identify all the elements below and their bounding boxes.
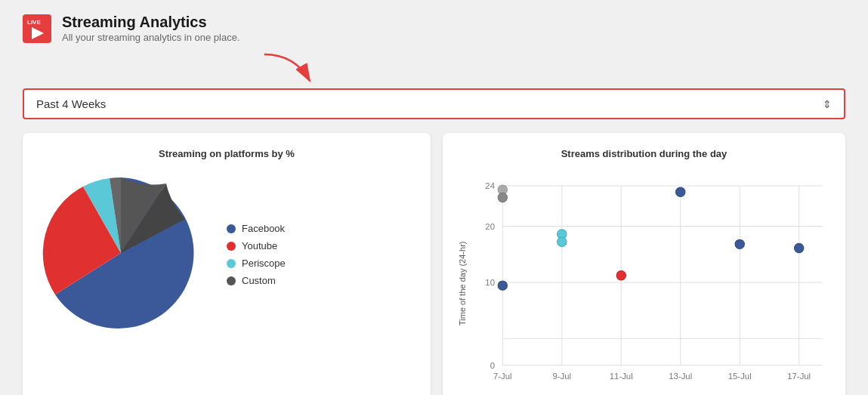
legend-facebook: Facebook [227, 223, 286, 234]
svg-point-27 [498, 281, 507, 290]
legend-dot-youtube [227, 242, 236, 251]
legend-youtube: Youtube [227, 240, 286, 252]
arrow-icon [249, 51, 340, 87]
legend-dot-custom [227, 276, 236, 285]
dropdown-label: Past 4 Weeks [36, 97, 106, 110]
pie-chart-area: Facebook Youtube Periscope Custom [38, 170, 415, 339]
svg-text:LIVE: LIVE [27, 19, 41, 26]
pie-legend: Facebook Youtube Periscope Custom [227, 223, 286, 286]
svg-point-33 [795, 243, 804, 252]
svg-text:24: 24 [485, 181, 495, 190]
pie-svg [38, 170, 204, 339]
header-text: Streaming Analytics All your streaming a… [62, 14, 240, 43]
pie-chart-card: Streaming on platforms by % [23, 133, 431, 395]
legend-label-youtube: Youtube [242, 240, 277, 252]
svg-text:17-Jul: 17-Jul [787, 372, 811, 381]
svg-point-29 [558, 237, 567, 246]
scatter-chart-card: Streams distribution during the day Time… [443, 133, 845, 395]
pie-chart-title: Streaming on platforms by % [38, 148, 415, 159]
scatter-svg: 24 20 10 0 7-Jul 9-Jul 11-Jul 13-Jul 15-… [471, 170, 830, 395]
app-logo: LIVE [23, 14, 51, 43]
svg-point-32 [735, 239, 744, 248]
svg-text:0: 0 [490, 361, 495, 370]
app-title: Streaming Analytics [62, 14, 240, 31]
legend-periscope: Periscope [227, 258, 286, 269]
svg-point-26 [498, 193, 507, 202]
app-subtitle: All your streaming analytics in one plac… [62, 32, 240, 43]
header: LIVE Streaming Analytics All your stream… [0, 0, 868, 51]
arrow-container [0, 51, 868, 88]
charts-row: Streaming on platforms by % [0, 133, 868, 395]
legend-custom: Custom [227, 275, 286, 286]
dropdown-wrapper: Past 4 Weeks ⇕ [0, 88, 868, 119]
legend-label-facebook: Facebook [242, 223, 285, 234]
svg-text:15-Jul: 15-Jul [728, 372, 752, 381]
svg-text:20: 20 [485, 222, 495, 231]
svg-text:13-Jul: 13-Jul [669, 372, 692, 381]
legend-label-periscope: Periscope [242, 258, 286, 269]
svg-point-30 [616, 270, 626, 279]
scatter-chart-title: Streams distribution during the day [458, 148, 830, 159]
scatter-plot-area: 24 20 10 0 7-Jul 9-Jul 11-Jul 13-Jul 15-… [471, 170, 830, 395]
legend-dot-periscope [227, 259, 236, 268]
svg-text:11-Jul: 11-Jul [610, 372, 633, 381]
svg-text:9-Jul: 9-Jul [552, 372, 571, 381]
legend-label-custom: Custom [242, 275, 276, 286]
time-range-dropdown[interactable]: Past 4 Weeks ⇕ [23, 88, 845, 119]
dropdown-arrows-icon: ⇕ [823, 99, 832, 110]
scatter-inner: Time of the day (24-hr) [458, 170, 830, 395]
y-axis-label: Time of the day (24-hr) [458, 170, 471, 395]
svg-text:10: 10 [485, 278, 495, 287]
svg-point-31 [676, 187, 685, 196]
legend-dot-facebook [227, 224, 236, 233]
svg-text:7-Jul: 7-Jul [493, 372, 512, 381]
